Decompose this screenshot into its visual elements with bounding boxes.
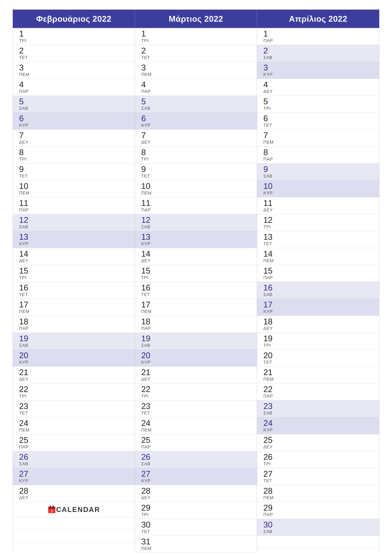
day-row: 19ΤΡΙ bbox=[257, 333, 379, 350]
day-row: 18ΔΕΥ bbox=[257, 316, 379, 333]
day-row: 3ΠΕΜ bbox=[135, 62, 257, 79]
day-number: 21 bbox=[141, 368, 252, 376]
day-name: ΤΡΙ bbox=[19, 275, 130, 280]
day-row: 16ΣΑΒ bbox=[257, 282, 379, 299]
day-row: 21ΔΕΥ bbox=[135, 366, 257, 384]
day-number: 19 bbox=[141, 334, 252, 343]
day-name: ΤΕΤ bbox=[263, 360, 374, 365]
day-number: 24 bbox=[141, 419, 252, 427]
day-number: 5 bbox=[19, 97, 130, 106]
day-name: ΚΥΡ bbox=[141, 360, 252, 365]
day-number: 15 bbox=[19, 267, 130, 275]
day-row: 13ΚΥΡ bbox=[135, 231, 257, 248]
day-name: ΔΕΥ bbox=[263, 207, 374, 212]
day-name: ΤΡΙ bbox=[263, 343, 374, 348]
day-number: 10 bbox=[19, 182, 130, 190]
day-row: 10ΚΥΡ bbox=[257, 180, 379, 197]
day-name: ΣΑΒ bbox=[263, 529, 374, 534]
day-row: 3ΠΕΜ bbox=[13, 62, 135, 79]
day-number: 8 bbox=[141, 148, 252, 156]
day-name: ΤΕΤ bbox=[263, 241, 374, 246]
day-number: 5 bbox=[141, 97, 252, 106]
day-number: 23 bbox=[141, 402, 252, 410]
day-name: ΠΑΡ bbox=[263, 38, 374, 43]
day-number: 22 bbox=[141, 385, 252, 393]
day-number: 12 bbox=[263, 216, 374, 224]
day-name: ΠΑΡ bbox=[263, 394, 374, 399]
day-number: 25 bbox=[19, 436, 130, 444]
day-name: ΠΑΡ bbox=[141, 445, 252, 449]
day-row: 14ΔΕΥ bbox=[135, 248, 257, 265]
day-number: 4 bbox=[19, 80, 130, 89]
day-name: ΣΑΒ bbox=[141, 343, 252, 348]
day-name: ΠΕΜ bbox=[19, 72, 130, 77]
day-name: ΤΡΙ bbox=[263, 224, 374, 229]
day-number: 30 bbox=[141, 520, 252, 529]
day-row: 4ΠΑΡ bbox=[13, 79, 135, 96]
day-number: 26 bbox=[141, 453, 252, 461]
day-name: ΠΕΜ bbox=[19, 190, 130, 196]
day-number: 13 bbox=[19, 233, 130, 241]
day-number: 4 bbox=[263, 80, 374, 89]
svg-rect-3 bbox=[53, 505, 54, 508]
day-row: 25ΔΕΥ bbox=[257, 434, 379, 451]
months-grid: Φεβρουάριος 20221ΤΡΙ2ΤΕΤ3ΠΕΜ4ΠΑΡ5ΣΑΒ6ΚΥΡ… bbox=[13, 9, 379, 553]
day-row: 20ΚΥΡ bbox=[135, 350, 257, 366]
day-number: 28 bbox=[141, 487, 252, 495]
day-name: ΤΡΙ bbox=[141, 38, 252, 43]
day-name: ΤΕΤ bbox=[141, 55, 252, 60]
day-name: ΚΥΡ bbox=[141, 241, 252, 246]
day-number: 3 bbox=[263, 63, 374, 72]
day-number: 12 bbox=[141, 216, 252, 224]
day-row: 27ΤΕΤ bbox=[257, 468, 379, 485]
day-number: 11 bbox=[263, 199, 374, 207]
day-name: ΤΡΙ bbox=[263, 106, 374, 111]
day-row: 26ΤΡΙ bbox=[257, 451, 379, 468]
day-name: ΚΥΡ bbox=[141, 123, 252, 128]
day-row: 25ΠΑΡ bbox=[135, 434, 257, 451]
day-name: ΚΥΡ bbox=[141, 478, 252, 483]
day-number: 22 bbox=[19, 385, 130, 393]
day-name: ΤΡΙ bbox=[141, 512, 252, 517]
day-number: 19 bbox=[263, 334, 374, 343]
day-number: 18 bbox=[19, 317, 130, 326]
day-name: ΠΑΡ bbox=[19, 207, 130, 212]
day-name: ΤΡΙ bbox=[141, 394, 252, 399]
day-row: 19ΣΑΒ bbox=[13, 333, 135, 350]
day-number: 12 bbox=[19, 216, 130, 224]
day-row: 11ΔΕΥ bbox=[257, 197, 379, 214]
day-row: 17ΠΕΜ bbox=[135, 299, 257, 316]
day-row: 16ΤΕΤ bbox=[13, 282, 135, 299]
day-name: ΤΕΤ bbox=[19, 174, 130, 179]
day-name: ΤΡΙ bbox=[141, 157, 252, 162]
day-name: ΚΥΡ bbox=[263, 72, 374, 77]
day-row: 7ΠΕΜ bbox=[257, 130, 379, 146]
day-name: ΔΕΥ bbox=[141, 140, 252, 145]
day-name: ΚΥΡ bbox=[19, 123, 130, 128]
svg-rect-1 bbox=[48, 507, 55, 509]
day-row: 11ΠΑΡ bbox=[135, 197, 257, 214]
day-number: 27 bbox=[263, 470, 374, 478]
day-name: ΔΕΥ bbox=[19, 140, 130, 145]
day-number: 2 bbox=[19, 46, 130, 55]
day-name: ΚΥΡ bbox=[263, 427, 374, 432]
day-name: ΣΑΒ bbox=[141, 461, 252, 466]
day-number: 8 bbox=[19, 148, 130, 156]
day-row: 5ΤΡΙ bbox=[257, 96, 379, 113]
day-row: 31ΠΕΜ bbox=[135, 536, 257, 553]
day-row: 22ΤΡΙ bbox=[13, 384, 135, 401]
day-number: 10 bbox=[141, 182, 252, 190]
day-number: 29 bbox=[141, 504, 252, 512]
day-row: 4ΠΑΡ bbox=[135, 79, 257, 96]
day-name: ΠΑΡ bbox=[141, 89, 252, 94]
svg-text:7: 7 bbox=[51, 510, 53, 513]
day-number: 18 bbox=[263, 317, 374, 326]
day-row: 14ΠΕΜ bbox=[257, 248, 379, 265]
month-header-march: Μάρτιος 2022 bbox=[135, 10, 257, 28]
month-column-march: Μάρτιος 20221ΤΡΙ2ΤΕΤ3ΠΕΜ4ΠΑΡ5ΣΑΒ6ΚΥΡ7ΔΕΥ… bbox=[135, 10, 257, 553]
day-number: 13 bbox=[141, 233, 252, 241]
day-row: 30ΣΑΒ bbox=[257, 519, 379, 536]
day-row: 8ΤΡΙ bbox=[13, 146, 135, 163]
day-name: ΣΑΒ bbox=[263, 410, 374, 416]
day-number: 17 bbox=[19, 300, 130, 309]
